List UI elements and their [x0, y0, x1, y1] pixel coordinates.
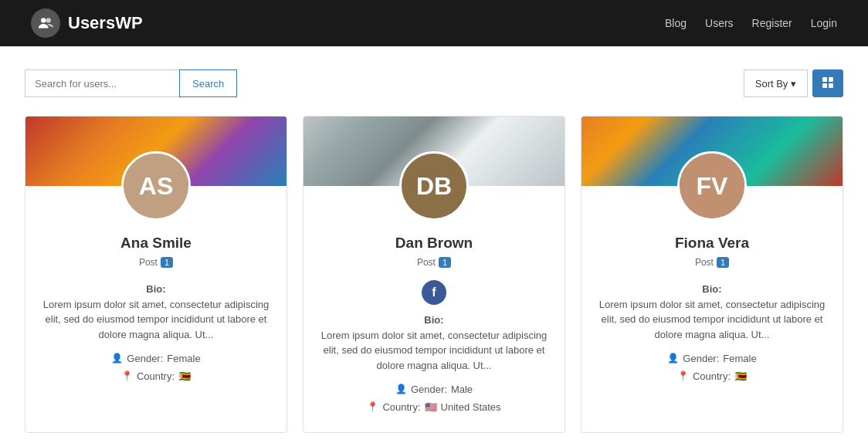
post-badge: Post 1: [417, 257, 451, 268]
bio-text: Lorem ipsum dolor sit amet, consectetur …: [43, 299, 270, 340]
svg-rect-2: [822, 77, 827, 82]
search-left: Search: [25, 69, 237, 97]
post-label: Post: [695, 257, 714, 268]
person-icon: 👤: [667, 350, 679, 367]
gender-item: 👤 Gender: Male: [319, 380, 549, 398]
search-bar: Search Sort By ▾: [25, 69, 843, 97]
user-name: Fiona Vera: [597, 235, 827, 252]
gender-item: 👤 Gender: Female: [41, 350, 271, 367]
country-item: 📍 Country: 🇺🇸 United States: [319, 398, 549, 416]
svg-point-0: [41, 18, 46, 22]
country-item: 📍 Country: 🇿🇼: [41, 367, 271, 385]
search-input[interactable]: [25, 69, 179, 97]
avatar-initials: AS: [124, 154, 188, 218]
avatar-wrapper: DB: [303, 151, 565, 221]
avatar-initials: FV: [680, 154, 744, 218]
avatar: DB: [399, 151, 469, 221]
post-badge: Post 1: [139, 257, 173, 268]
post-count: 1: [717, 257, 729, 268]
person-icon: 👤: [395, 381, 407, 398]
bio-label: Bio:: [146, 283, 165, 295]
sort-controls: Sort By ▾: [744, 69, 843, 97]
nav-blog[interactable]: Blog: [665, 17, 687, 29]
gender-value: Female: [723, 350, 756, 367]
user-card: DB Dan Brown Post 1 f Bio: Lorem ipsum d…: [303, 116, 565, 433]
avatar-initials: DB: [402, 154, 466, 218]
location-icon: 📍: [677, 368, 689, 385]
sort-icon: ▾: [791, 78, 796, 90]
bio-section: Bio: Lorem ipsum dolor sit amet, consect…: [41, 282, 271, 342]
gender-value: Female: [167, 350, 200, 367]
meta-info: 👤 Gender: Male 📍 Country: 🇺🇸 United Stat…: [319, 380, 549, 417]
bio-section: Bio: Lorem ipsum dolor sit amet, consect…: [319, 313, 549, 373]
user-card: AS Ana Smile Post 1 Bio: Lorem ipsum dol…: [25, 116, 287, 433]
card-body: Ana Smile Post 1 Bio: Lorem ipsum dolor …: [25, 221, 287, 401]
svg-rect-5: [829, 83, 833, 88]
users-grid: AS Ana Smile Post 1 Bio: Lorem ipsum dol…: [25, 116, 843, 433]
country-label: Country:: [693, 367, 731, 385]
country-label: Country:: [382, 398, 420, 416]
avatar: FV: [677, 151, 747, 221]
site-header: UsersWP Blog Users Register Login: [0, 0, 868, 46]
card-body: Dan Brown Post 1 f Bio: Lorem ipsum dolo…: [303, 221, 565, 432]
meta-info: 👤 Gender: Female 📍 Country: 🇿🇼: [41, 350, 271, 386]
country-flag: 🇿🇼: [734, 367, 747, 385]
sort-label: Sort By: [755, 78, 788, 90]
gender-item: 👤 Gender: Female: [597, 350, 827, 367]
sort-by-button[interactable]: Sort By ▾: [744, 69, 808, 97]
avatar-wrapper: FV: [581, 151, 843, 221]
post-count: 1: [161, 257, 173, 268]
user-name: Ana Smile: [41, 235, 271, 252]
logo-icon: [31, 8, 60, 38]
nav-register[interactable]: Register: [752, 17, 792, 29]
meta-info: 👤 Gender: Female 📍 Country: 🇿🇼: [597, 350, 827, 386]
user-name: Dan Brown: [319, 235, 549, 252]
search-button[interactable]: Search: [179, 69, 237, 97]
grid-view-button[interactable]: [812, 69, 843, 97]
logo-area: UsersWP: [31, 8, 143, 38]
bio-label: Bio:: [424, 314, 443, 326]
facebook-icon[interactable]: f: [422, 280, 446, 305]
svg-point-1: [46, 18, 50, 22]
logo-text: UsersWP: [68, 13, 143, 33]
post-label: Post: [417, 257, 436, 268]
post-badge: Post 1: [695, 257, 729, 268]
post-label: Post: [139, 257, 158, 268]
card-body: Fiona Vera Post 1 Bio: Lorem ipsum dolor…: [581, 221, 843, 401]
country-label: Country:: [137, 367, 175, 385]
nav-login[interactable]: Login: [811, 17, 837, 29]
gender-label: Gender:: [127, 350, 163, 367]
gender-label: Gender:: [683, 350, 719, 367]
country-flag: 🇺🇸: [425, 398, 437, 416]
svg-rect-3: [829, 77, 833, 82]
nav-users[interactable]: Users: [705, 17, 734, 29]
main-content: Search Sort By ▾ AS: [9, 46, 859, 443]
gender-label: Gender:: [411, 380, 447, 398]
country-name: United States: [441, 398, 501, 416]
svg-rect-4: [822, 83, 827, 88]
social-icons: f: [319, 280, 549, 305]
location-icon: 📍: [367, 399, 378, 416]
bio-text: Lorem ipsum dolor sit amet, consectetur …: [599, 299, 826, 340]
avatar-wrapper: AS: [25, 151, 287, 221]
main-nav: Blog Users Register Login: [665, 17, 837, 29]
location-icon: 📍: [121, 368, 133, 385]
bio-label: Bio:: [702, 283, 721, 295]
gender-value: Male: [451, 380, 473, 398]
country-flag: 🇿🇼: [178, 367, 191, 385]
bio-text: Lorem ipsum dolor sit amet, consectetur …: [321, 330, 548, 371]
country-item: 📍 Country: 🇿🇼: [597, 367, 827, 385]
bio-section: Bio: Lorem ipsum dolor sit amet, consect…: [597, 282, 827, 342]
avatar: AS: [121, 151, 191, 221]
person-icon: 👤: [111, 350, 123, 367]
user-card: FV Fiona Vera Post 1 Bio: Lorem ipsum do…: [581, 116, 843, 433]
post-count: 1: [439, 257, 451, 268]
